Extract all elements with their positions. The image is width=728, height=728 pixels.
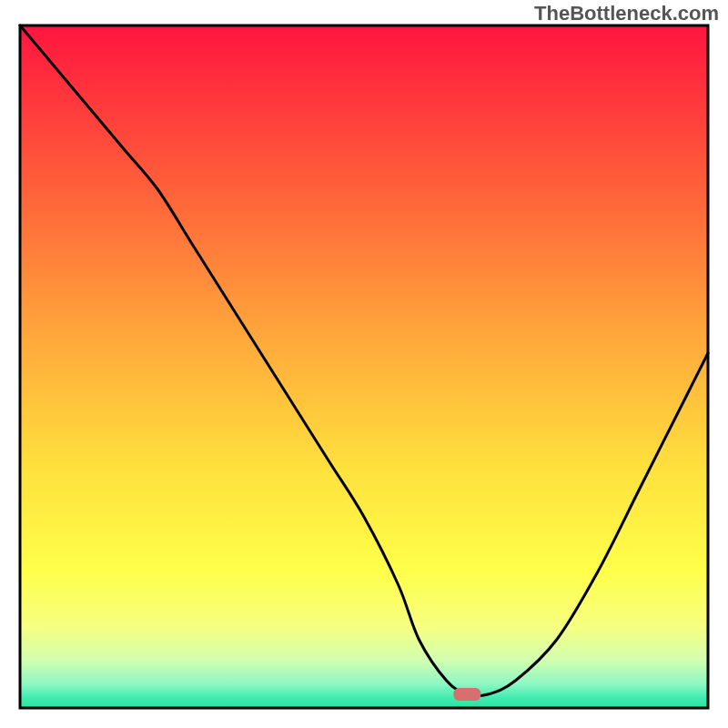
bottleneck-chart: TheBottleneck.com (0, 0, 728, 728)
chart-svg (0, 0, 728, 728)
plot-background (20, 25, 708, 708)
watermark-text: TheBottleneck.com (534, 2, 719, 25)
optimal-marker (453, 688, 480, 701)
